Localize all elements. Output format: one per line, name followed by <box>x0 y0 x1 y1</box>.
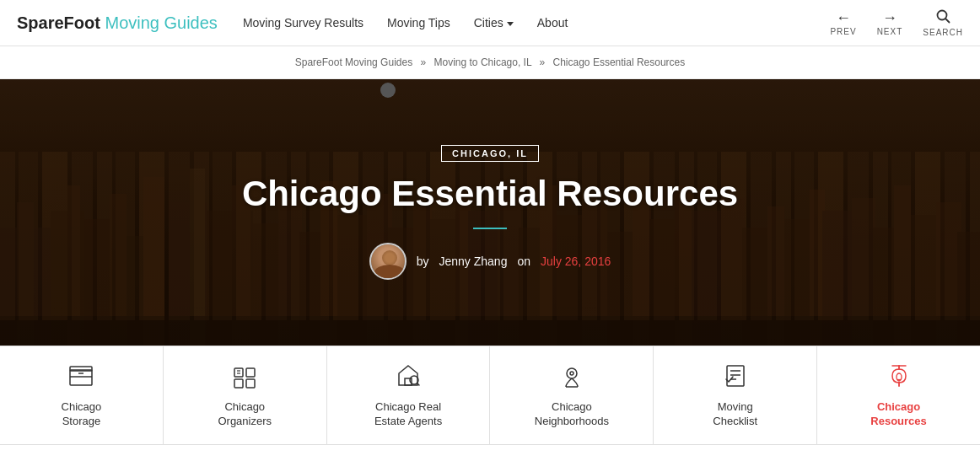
nav-item-storage[interactable]: ChicagoStorage <box>0 346 164 444</box>
avatar-face <box>371 243 405 280</box>
nav-item-checklist[interactable]: MovingChecklist <box>654 346 817 444</box>
hero-section: CHICAGO, IL Chicago Essential Resources … <box>0 79 980 346</box>
author-by-text: by <box>417 255 429 268</box>
storage-icon <box>67 362 95 394</box>
organizers-icon <box>230 362 259 394</box>
resources-icon <box>885 362 913 394</box>
svg-point-61 <box>567 368 577 378</box>
checklist-icon <box>721 362 750 394</box>
author-date-link[interactable]: July 26, 2016 <box>541 255 611 268</box>
bottom-nav: ChicagoStorage ChicagoOrganizers Chi <box>0 346 980 445</box>
storage-label: ChicagoStorage <box>62 400 102 429</box>
prev-button[interactable]: ← PREV <box>830 9 856 36</box>
breadcrumb-link-chicago[interactable]: Moving to Chicago, IL <box>434 56 532 68</box>
svg-rect-54 <box>234 379 243 388</box>
organizers-label: ChicagoOrganizers <box>218 400 272 429</box>
breadcrumb-sep-2: » <box>539 56 545 68</box>
search-label: SEARCH <box>923 28 963 37</box>
author-date-prefix: on <box>517 255 530 268</box>
nav-about[interactable]: About <box>537 16 568 29</box>
neighborhoods-label: ChicagoNeighborhoods <box>535 400 609 429</box>
hero-author: by Jenny Zhang on July 26, 2016 <box>369 243 611 280</box>
nav-item-organizers[interactable]: ChicagoOrganizers <box>164 346 327 444</box>
svg-rect-53 <box>246 368 255 377</box>
real-estate-label: Chicago RealEstate Agents <box>374 400 442 429</box>
resources-label: ChicagoResources <box>870 400 926 429</box>
search-button[interactable]: SEARCH <box>923 8 963 37</box>
neighborhoods-icon <box>557 362 586 394</box>
nav-item-resources[interactable]: ChicagoResources <box>817 346 980 444</box>
breadcrumb-sep-1: » <box>420 56 426 68</box>
logo-sparefoot: SpareFoot <box>17 13 100 33</box>
prev-arrow-icon: ← <box>836 9 851 27</box>
svg-rect-48 <box>70 370 92 385</box>
chevron-down-icon <box>507 22 514 26</box>
real-estate-icon <box>394 362 423 394</box>
next-button[interactable]: → NEXT <box>877 9 903 36</box>
author-name: Jenny Zhang <box>439 255 507 268</box>
checklist-label: MovingChecklist <box>713 400 757 429</box>
header-left: SpareFoot Moving Guides Moving Survey Re… <box>17 13 568 33</box>
nav-cities[interactable]: Cities <box>474 16 514 29</box>
svg-rect-55 <box>246 379 255 388</box>
svg-rect-63 <box>727 366 744 386</box>
author-avatar <box>369 243 407 280</box>
breadcrumb: SpareFoot Moving Guides » Moving to Chic… <box>0 46 980 79</box>
search-icon <box>935 8 950 28</box>
nav-item-neighborhoods[interactable]: ChicagoNeighborhoods <box>490 346 654 444</box>
next-arrow-icon: → <box>882 9 897 27</box>
hero-title: Chicago Essential Resources <box>242 174 738 214</box>
prev-label: PREV <box>830 27 856 36</box>
breadcrumb-link-home[interactable]: SpareFoot Moving Guides <box>295 56 412 68</box>
hero-content: CHICAGO, IL Chicago Essential Resources … <box>0 79 980 346</box>
site-header: SpareFoot Moving Guides Moving Survey Re… <box>0 0 980 46</box>
svg-point-0 <box>938 11 947 20</box>
main-nav: Moving Survey Results Moving Tips Cities… <box>243 16 568 29</box>
svg-rect-52 <box>234 368 243 377</box>
site-logo[interactable]: SpareFoot Moving Guides <box>17 13 218 33</box>
breadcrumb-link-current[interactable]: Chicago Essential Resources <box>553 56 686 68</box>
hero-divider <box>473 228 507 229</box>
nav-moving-tips[interactable]: Moving Tips <box>387 16 450 29</box>
city-badge: CHICAGO, IL <box>441 145 539 162</box>
header-right: ← PREV → NEXT SEARCH <box>830 8 963 37</box>
logo-moving-guides: Moving Guides <box>105 13 217 33</box>
next-label: NEXT <box>877 27 903 36</box>
nav-cities-label: Cities <box>474 16 503 29</box>
svg-rect-51 <box>70 367 92 371</box>
svg-point-62 <box>570 372 573 375</box>
svg-line-1 <box>946 19 950 23</box>
nav-item-real-estate[interactable]: Chicago RealEstate Agents <box>327 346 491 444</box>
nav-moving-survey[interactable]: Moving Survey Results <box>243 16 363 29</box>
